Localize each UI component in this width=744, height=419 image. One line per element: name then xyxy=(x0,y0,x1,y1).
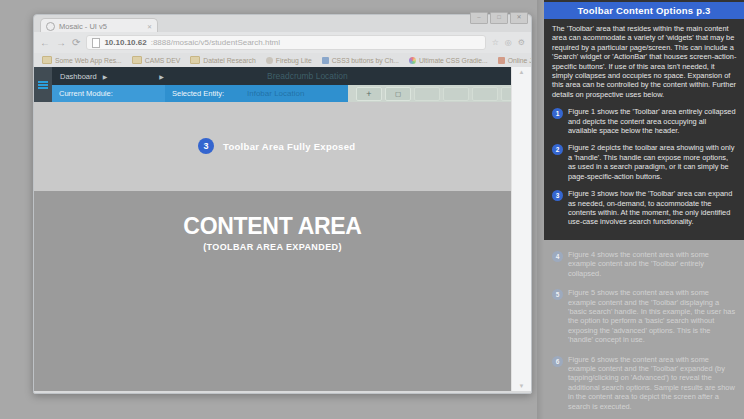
folder-icon xyxy=(190,56,200,64)
bookmark-label: CSS3 buttons by Ch... xyxy=(332,57,399,64)
url-host: 10.10.10.62 xyxy=(104,38,146,47)
sidebar-title: Toolbar Content Options p.3 xyxy=(544,2,744,19)
browser-tab[interactable]: Mosaic - UI v5 ✕ xyxy=(40,18,158,33)
annotation-label: Toolbar Area Fully Exposed xyxy=(223,141,355,152)
close-button[interactable]: ✕ xyxy=(510,12,528,24)
reload-icon[interactable]: ⟳ xyxy=(72,38,80,48)
action-bar: + ▢ xyxy=(348,85,527,102)
browser-navbar: ← → ⟳ 10.10.10.62:8888/mosaic/v5/student… xyxy=(34,32,531,54)
figure-number-badge: 4 xyxy=(552,251,563,262)
figure-note-4: 4 Figure 4 shows the content area with s… xyxy=(544,250,744,278)
breadcrumb-placeholder: Breadcrumb Location xyxy=(267,71,348,81)
page-icon xyxy=(92,38,100,48)
action-button-placeholder[interactable] xyxy=(472,87,498,101)
toolbar-annotation: 3 Toolbar Area Fully Exposed xyxy=(198,138,355,154)
figure-note-text: Figure 1 shows the 'Toolbar' area entire… xyxy=(568,107,737,135)
figure-note-6: 6 Figure 6 shows the content area with s… xyxy=(544,355,744,411)
content-area-subtitle: (TOOLBAR AREA EXPANDED) xyxy=(34,242,511,252)
address-bar[interactable]: 10.10.10.62:8888/mosaic/v5/studentSearch… xyxy=(86,35,485,50)
scroll-up-icon[interactable]: ▲ xyxy=(512,69,531,75)
bookmark-label: Some Web App Res... xyxy=(55,57,122,64)
tab-favicon-icon xyxy=(46,22,55,31)
figure-note-5: 5 Figure 5 shows the content area with s… xyxy=(544,288,744,344)
figure-note-text: Figure 4 shows the content area with som… xyxy=(568,250,737,278)
tools-wrench-icon[interactable]: ⚙ xyxy=(518,38,525,47)
window-controls: – □ ✕ xyxy=(470,12,528,24)
figure-number-badge: 5 xyxy=(552,289,563,300)
back-icon[interactable]: ← xyxy=(40,38,50,48)
bookmark-label: Ultimate CSS Gradie... xyxy=(419,57,488,64)
tab-title: Mosaic - UI v5 xyxy=(59,22,107,31)
current-module-segment: Current Module: xyxy=(52,85,165,102)
notes-panel-faded: 4 Figure 4 shows the content area with s… xyxy=(544,240,744,419)
firebug-favicon-icon xyxy=(266,57,273,64)
content-area-title: CONTENT AREA xyxy=(34,213,511,240)
infobar-placeholder: Infobar Location xyxy=(247,89,304,98)
figure-note-2: 2 Figure 2 depicts the toolbar area show… xyxy=(544,143,744,181)
figure-note-text: Figure 3 shows how the 'Toolbar' area ca… xyxy=(568,189,737,227)
figure-number-badge: 6 xyxy=(552,356,563,367)
browser-window: – □ ✕ Mosaic - UI v5 ✕ ← → ⟳ 10.10.10.62… xyxy=(33,14,532,394)
address-bar-icons: ☆ ◎ ⚙ xyxy=(492,38,525,47)
url-path: :8888/mosaic/v5/studentSearch.html xyxy=(151,38,280,47)
figure-note-1: 1 Figure 1 shows the 'Toolbar' area enti… xyxy=(544,107,744,135)
bookmark-label: Datatel Research xyxy=(203,57,256,64)
sidebar-intro: The 'Toolbar' area that resides within t… xyxy=(544,19,744,99)
action-button-placeholder[interactable] xyxy=(414,87,440,101)
bookmark-label: CAMS DEV xyxy=(145,57,181,64)
figure-number-badge: 3 xyxy=(552,190,563,201)
scroll-down-icon[interactable]: ▼ xyxy=(512,383,531,389)
bookmark-item[interactable]: CAMS DEV xyxy=(132,56,181,64)
sidebar-edge xyxy=(537,0,544,419)
square-button[interactable]: ▢ xyxy=(385,87,411,101)
hamburger-menu-icon xyxy=(38,81,48,89)
figure-number-badge: 1 xyxy=(552,108,563,119)
main-menu-button[interactable] xyxy=(34,67,52,102)
minimize-button[interactable]: – xyxy=(470,12,488,24)
folder-icon xyxy=(42,56,52,64)
bookmark-label: Online JavaScript be... xyxy=(508,57,531,64)
tab-close-icon[interactable]: ✕ xyxy=(147,23,152,30)
figure-note-3: 3 Figure 3 shows how the 'Toolbar' area … xyxy=(544,189,744,227)
bookmark-item[interactable]: Firebug Lite xyxy=(266,57,312,64)
forward-icon[interactable]: → xyxy=(56,38,66,48)
bookmark-item[interactable]: CSS3 buttons by Ch... xyxy=(322,57,399,64)
current-module-label: Current Module: xyxy=(59,89,113,98)
add-button[interactable]: + xyxy=(356,87,382,101)
notes-panel-active: Toolbar Content Options p.3 The 'Toolbar… xyxy=(544,0,744,240)
bookmark-star-icon[interactable]: ☆ xyxy=(492,38,499,47)
figure-3-badge: 3 xyxy=(198,138,214,154)
bookmark-item[interactable]: Online JavaScript be... xyxy=(498,57,531,64)
gradient-favicon-icon xyxy=(409,57,416,64)
selected-entity-segment: Selected Entity: Infobar Location xyxy=(165,85,348,102)
chevron-right-icon[interactable]: ▶ xyxy=(159,73,164,80)
action-button-placeholder[interactable] xyxy=(443,87,469,101)
page-viewport: Dashboard ▶ ▶ Breadcrumb Location Curren… xyxy=(34,67,531,391)
notes-sidebar: Toolbar Content Options p.3 The 'Toolbar… xyxy=(537,0,744,419)
maximize-button[interactable]: □ xyxy=(490,12,508,24)
content-area: CONTENT AREA (TOOLBAR AREA EXPANDED) xyxy=(34,191,511,391)
figure-note-text: Figure 6 shows the content area with som… xyxy=(568,355,737,411)
folder-icon xyxy=(132,56,142,64)
figure-number-badge: 2 xyxy=(552,144,563,155)
figure-note-text: Figure 2 depicts the toolbar area showin… xyxy=(568,143,737,181)
page-menu-icon[interactable]: ◎ xyxy=(505,38,512,47)
css3-favicon-icon xyxy=(322,57,329,64)
bookmark-label: Firebug Lite xyxy=(276,57,312,64)
selected-entity-label: Selected Entity: xyxy=(172,89,224,98)
bookmarks-bar: Some Web App Res... CAMS DEV Datatel Res… xyxy=(34,53,531,67)
bookmark-item[interactable]: Some Web App Res... xyxy=(42,56,122,64)
page-scrollbar[interactable]: ▲ ▼ xyxy=(511,67,531,391)
menu-item-dashboard[interactable]: Dashboard xyxy=(52,72,97,81)
bookmark-item[interactable]: Ultimate CSS Gradie... xyxy=(409,57,488,64)
figure-note-text: Figure 5 shows the content area with som… xyxy=(568,288,737,344)
jsbin-favicon-icon xyxy=(498,57,505,64)
infobar: Current Module: Selected Entity: Infobar… xyxy=(52,85,511,102)
breadcrumb-bar: Dashboard ▶ ▶ Breadcrumb Location xyxy=(52,67,511,85)
bookmark-item[interactable]: Datatel Research xyxy=(190,56,256,64)
chevron-right-icon[interactable]: ▶ xyxy=(103,73,108,80)
